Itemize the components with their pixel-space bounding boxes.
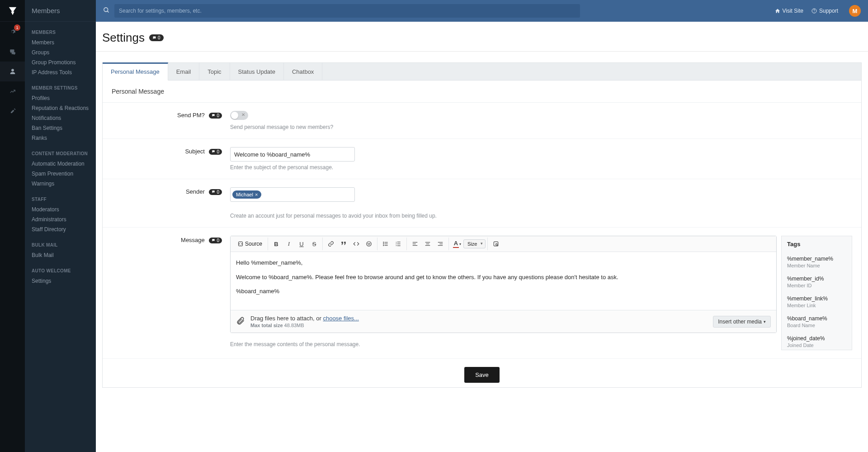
side-link-auto-mod[interactable]: Automatic Moderation (25, 159, 96, 169)
side-link-settings[interactable]: Settings (25, 276, 96, 286)
side-link-admins[interactable]: Administrators (25, 214, 96, 224)
tb-bold[interactable]: B (270, 238, 283, 250)
search-input[interactable] (114, 4, 580, 18)
input-subject[interactable] (230, 147, 355, 162)
tb-align-center[interactable] (421, 238, 434, 250)
tag-item[interactable]: %board_name%Board Name (782, 312, 852, 332)
rail-item-community[interactable] (0, 42, 25, 62)
side-link-members[interactable]: Members (25, 38, 96, 48)
attach-sub: Max total size 48.83MB (250, 323, 359, 328)
svg-text:3: 3 (396, 244, 397, 247)
attach-bar: Drag files here to attach, or choose fil… (231, 310, 776, 333)
tag-item[interactable]: %member_id%Member ID (782, 272, 852, 292)
tb-link[interactable] (325, 238, 337, 250)
side-link-spam[interactable]: Spam Prevention (25, 169, 96, 179)
svg-marker-1 (11, 11, 14, 14)
tb-code[interactable] (350, 238, 363, 250)
svg-point-12 (383, 243, 384, 244)
tb-textcolor[interactable]: A▾ (451, 238, 463, 250)
save-button[interactable]: Save (464, 367, 500, 383)
side-link-ban[interactable]: Ban Settings (25, 123, 96, 133)
link-icon (328, 241, 334, 247)
badge-sender[interactable]: 0 (209, 189, 222, 195)
editor-body[interactable]: Hello %member_name%, Welcome to %board_n… (231, 252, 776, 310)
tb-source-button[interactable]: Source (234, 238, 266, 250)
side-link-reputation[interactable]: Reputation & Reactions (25, 103, 96, 113)
rail-item-members[interactable] (0, 62, 25, 81)
side-link-group-promotions[interactable]: Group Promotions (25, 57, 96, 67)
badge-send-pm[interactable]: 0 (209, 113, 222, 119)
paperclip-icon (236, 316, 245, 327)
avatar[interactable]: M (849, 5, 861, 17)
side-link-notifications[interactable]: Notifications (25, 113, 96, 123)
tag-item[interactable]: %joined_date%Joined Date (782, 332, 852, 350)
chip-remove-icon[interactable]: × (255, 192, 258, 197)
search-icon[interactable] (102, 7, 114, 15)
side-link-staff-dir[interactable]: Staff Directory (25, 224, 96, 234)
rail-item-customize[interactable] (0, 101, 25, 121)
tb-align-right[interactable] (434, 238, 447, 250)
tab-status-update[interactable]: Status Update (230, 63, 284, 80)
side-link-groups[interactable]: Groups (25, 48, 96, 57)
svg-point-7 (367, 242, 372, 247)
align-left-icon (412, 241, 418, 247)
tb-ul[interactable] (379, 238, 392, 250)
editor-line-1: Hello %member_name%, (236, 258, 771, 267)
svg-line-3 (107, 11, 108, 12)
insert-media-button[interactable]: Insert other media ▾ (713, 316, 771, 328)
tb-emoji[interactable] (363, 238, 375, 250)
svg-rect-19 (397, 243, 401, 244)
editor-line-3: %board_name% (236, 287, 771, 296)
tab-topic[interactable]: Topic (199, 63, 230, 80)
rail-item-system[interactable]: 1 (0, 22, 25, 42)
tab-email[interactable]: Email (168, 63, 200, 80)
row-subject: Subject 0 Enter the subject of the perso… (103, 139, 861, 179)
visit-site-link[interactable]: Visit Site (775, 8, 803, 14)
toggle-knob (231, 112, 238, 119)
side-link-bulk-mail[interactable]: Bulk Mail (25, 250, 96, 260)
side-link-profiles[interactable]: Profiles (25, 93, 96, 103)
help-send-pm: Send personal message to new members? (230, 124, 852, 130)
badge-message[interactable]: 0 (209, 238, 222, 243)
support-link[interactable]: Support (811, 8, 838, 14)
toggle-send-pm[interactable]: ✕ (230, 111, 248, 120)
tab-chatbox[interactable]: Chatbox (284, 63, 322, 80)
side-link-ip-tools[interactable]: IP Address Tools (25, 67, 96, 77)
tab-personal-message[interactable]: Personal Message (103, 62, 168, 81)
rail-item-stats[interactable] (0, 81, 25, 101)
side-link-moderators[interactable]: Moderators (25, 205, 96, 214)
tb-strike[interactable]: S (308, 238, 321, 250)
tb-preview[interactable] (490, 238, 502, 250)
svg-point-9 (369, 243, 370, 243)
tags-list[interactable]: %member_name%Member Name %member_id%Memb… (782, 252, 852, 350)
page-title-badge[interactable]: 0 (149, 34, 164, 41)
side-link-warnings[interactable]: Warnings (25, 179, 96, 189)
svg-rect-23 (413, 243, 416, 244)
align-right-icon (437, 241, 443, 247)
tag-item[interactable]: %member_link%Member Link (782, 292, 852, 312)
badge-subject[interactable]: 0 (209, 149, 222, 155)
svg-rect-28 (438, 242, 443, 243)
input-sender[interactable]: Michael × (230, 187, 355, 202)
support-label: Support (819, 8, 838, 14)
svg-rect-27 (425, 245, 430, 246)
tb-underline[interactable]: U (295, 238, 308, 250)
svg-rect-17 (397, 242, 401, 242)
tb-italic[interactable]: I (283, 238, 295, 250)
side-link-ranks[interactable]: Ranks (25, 133, 96, 143)
side-heading-bulk-mail: BULK MAIL (25, 243, 96, 247)
svg-rect-29 (439, 243, 443, 244)
tag-item[interactable]: %member_name%Member Name (782, 252, 852, 272)
label-message: Message (181, 237, 205, 243)
brand-logo[interactable] (0, 0, 25, 22)
tb-align-left[interactable] (409, 238, 421, 250)
tb-quote[interactable] (337, 238, 350, 250)
source-icon (238, 241, 243, 247)
page-title: Settings (102, 31, 145, 45)
choose-files-link[interactable]: choose files... (323, 315, 359, 322)
tb-ol[interactable]: 123 (392, 238, 405, 250)
quote-icon (340, 241, 347, 247)
row-sender: Sender 0 Michael × Create an account jus… (103, 179, 861, 228)
side-heading-moderation: CONTENT MODERATION (25, 151, 96, 156)
tb-size-select[interactable]: Size (463, 239, 486, 248)
